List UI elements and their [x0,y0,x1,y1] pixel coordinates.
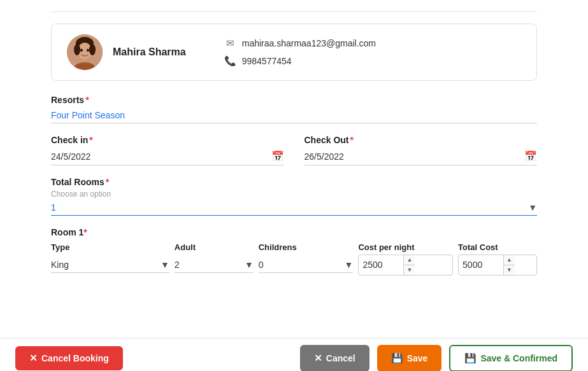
room-type-select-wrap: King Queen Twin ▼ [51,257,169,273]
avatar [67,34,103,70]
room-table-row: King Queen Twin ▼ 1 2 [51,255,537,276]
user-phone: 9984577454 [242,56,292,66]
checkout-field: Check Out* 📅 [305,135,538,165]
tc-down[interactable]: ▼ [504,265,515,275]
children-cell: 0 1 2 ▼ [259,257,354,273]
checkout-input[interactable] [305,151,525,162]
date-row: Check in* 📅 Check Out* 📅 [51,135,537,165]
svg-point-4 [89,44,96,55]
children-arrow: ▼ [345,260,354,270]
cpn-cell: ▲ ▼ [358,255,453,276]
adult-arrow: ▼ [245,260,254,270]
cancel-booking-x-icon: ✕ [29,353,38,364]
rooms-dropdown-arrow: ▼ [528,202,537,213]
checkin-input[interactable] [51,151,271,162]
save-confirmed-button[interactable]: 💾 Save & Confirmed [449,345,573,371]
tc-up[interactable]: ▲ [504,255,515,265]
cancel-booking-button[interactable]: ✕ Cancel Booking [15,346,123,370]
checkin-input-wrap: 📅 [51,148,284,165]
email-icon: ✉ [224,37,237,50]
top-divider [51,11,537,12]
col-adult-header: Adult [175,242,254,252]
col-type-header: Type [51,242,169,252]
room-table-header: Type Adult Childrens Cost per night Tota… [51,242,537,252]
phone-contact: 📞 9984577454 [224,55,376,67]
avatar-svg [67,34,103,70]
cpn-up[interactable]: ▲ [404,255,415,265]
save-confirmed-floppy-icon: 💾 [464,353,477,364]
resorts-input[interactable] [51,108,537,123]
total-rooms-select-wrap: 1 2 3 ▼ [51,200,537,216]
total-rooms-label: Total Rooms* [51,177,537,187]
room1-label: Room 1* [51,227,537,237]
cancel-label: Cancel [326,353,355,363]
user-contact: ✉ mahiraa.sharmaa123@gmail.com 📞 9984577… [224,37,376,67]
col-tc-header: Total Cost [458,242,537,252]
tc-input-wrap: ▲ ▼ [458,255,537,276]
svg-point-5 [80,49,83,52]
adult-select-wrap: 1 2 3 4 ▼ [175,257,254,273]
resorts-field: Resorts* [51,95,537,123]
room-type-arrow: ▼ [161,260,169,270]
checkin-calendar-icon[interactable]: 📅 [271,150,284,162]
checkin-label: Check in* [51,135,284,145]
adult-cell: 1 2 3 4 ▼ [175,257,254,273]
cancel-button[interactable]: ✕ Cancel [300,345,369,371]
svg-point-3 [74,44,80,55]
room-type-cell: King Queen Twin ▼ [51,257,169,273]
save-confirmed-label: Save & Confirmed [480,353,557,363]
cancel-x-icon: ✕ [314,353,322,364]
save-label: Save [407,353,428,363]
svg-point-6 [87,49,89,52]
cpn-input[interactable] [359,257,403,272]
user-email: mahiraa.sharmaa123@gmail.com [242,38,376,48]
children-select-wrap: 0 1 2 ▼ [259,257,354,273]
total-rooms-select[interactable]: 1 2 3 [51,202,528,213]
checkout-input-wrap: 📅 [305,148,538,165]
total-rooms-sublabel: Choose an option [51,190,537,199]
save-floppy-icon: 💾 [391,353,403,364]
checkout-label: Check Out* [305,135,538,145]
cpn-input-wrap: ▲ ▼ [358,255,453,276]
col-children-header: Childrens [259,242,354,252]
cpn-down[interactable]: ▼ [404,265,415,275]
children-select[interactable]: 0 1 2 [259,260,345,270]
user-card: Mahira Sharma ✉ mahiraa.sharmaa123@gmail… [51,24,537,81]
right-buttons: ✕ Cancel 💾 Save 💾 Save & Confirmed [300,345,573,371]
phone-icon: 📞 [224,55,237,67]
col-cpn-header: Cost per night [358,242,453,252]
checkin-field: Check in* 📅 [51,135,284,165]
room-type-select[interactable]: King Queen Twin [51,260,161,270]
tc-input[interactable] [459,257,503,272]
adult-select[interactable]: 1 2 3 4 [175,260,245,270]
email-contact: ✉ mahiraa.sharmaa123@gmail.com [224,37,376,50]
page-container: Mahira Sharma ✉ mahiraa.sharmaa123@gmail… [0,0,588,371]
user-name: Mahira Sharma [113,46,186,58]
total-rooms-field: Total Rooms* Choose an option 1 2 3 ▼ [51,177,537,216]
content-area: Mahira Sharma ✉ mahiraa.sharmaa123@gmail… [0,0,588,338]
resorts-label: Resorts* [51,95,537,105]
checkout-calendar-icon[interactable]: 📅 [524,150,537,162]
cpn-spinner: ▲ ▼ [403,255,415,275]
room1-section: Room 1* Type Adult Childrens Cost per ni… [51,227,537,276]
bottom-bar: ✕ Cancel Booking ✕ Cancel 💾 Save 💾 Save … [0,338,588,371]
tc-spinner: ▲ ▼ [503,255,515,275]
cancel-booking-label: Cancel Booking [41,353,109,363]
tc-cell: ▲ ▼ [458,255,537,276]
room-table: Type Adult Childrens Cost per night Tota… [51,242,537,276]
save-button[interactable]: 💾 Save [377,345,442,371]
